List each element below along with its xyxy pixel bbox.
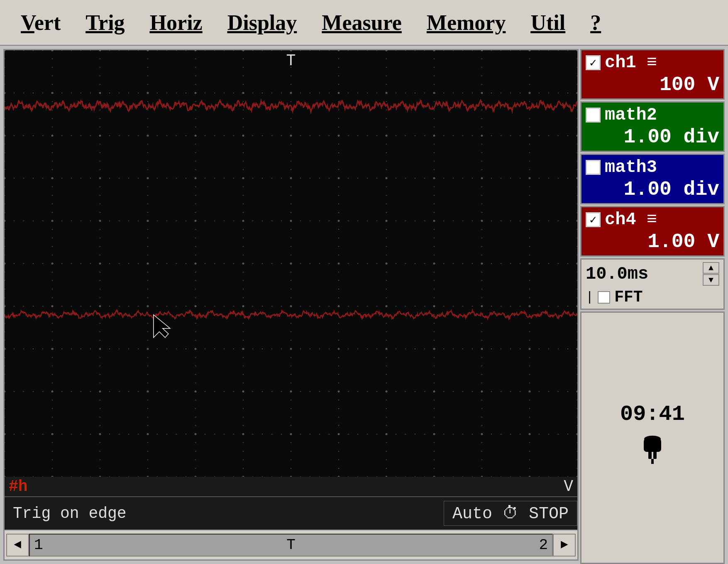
- scroll-bar: ◄ 1 T 2 ►: [5, 530, 577, 559]
- math2-header: math2: [586, 105, 719, 125]
- svg-rect-2: [653, 451, 657, 459]
- time-row: 10.0ms ▲ ▼: [586, 262, 719, 286]
- t-label: T: [286, 52, 296, 70]
- main-area: T #h V Trig on edge Auto ⏱ STOP ◄ 1 T 2 …: [0, 46, 728, 564]
- ch1-checkbox[interactable]: [586, 55, 601, 70]
- status-bar: Trig on edge Auto ⏱ STOP: [5, 496, 577, 530]
- ch4-value: 1.00 V: [586, 231, 719, 253]
- right-panel: ch1 ≡ 100 V math2 1.00 div math3 1.00 di…: [579, 46, 728, 564]
- math3-name: math3: [605, 157, 657, 177]
- math2-box[interactable]: math2 1.00 div: [580, 101, 725, 152]
- clock-time: 09:41: [620, 402, 685, 427]
- scope-grid: [5, 50, 577, 477]
- timebase-value: 10.0ms: [586, 264, 648, 284]
- menu-vert[interactable]: Vert: [8, 6, 73, 39]
- ch4-checkbox[interactable]: [586, 212, 601, 227]
- menu-help[interactable]: ?: [578, 6, 613, 39]
- time-arrows: ▲ ▼: [703, 262, 719, 286]
- bottom-right-label: V: [564, 478, 573, 495]
- menu-memory[interactable]: Memory: [414, 6, 518, 39]
- math2-checkbox[interactable]: [586, 108, 601, 123]
- menu-display[interactable]: Display: [215, 6, 310, 39]
- menu-measure[interactable]: Measure: [309, 6, 414, 39]
- ch1-value: 100 V: [586, 74, 719, 96]
- svg-point-3: [644, 436, 661, 442]
- fft-checkbox[interactable]: [598, 291, 610, 304]
- timebase-up-btn[interactable]: ▲: [703, 262, 719, 274]
- math3-checkbox[interactable]: [586, 160, 601, 175]
- menu-util[interactable]: Util: [518, 6, 578, 39]
- fft-marker: |: [586, 289, 594, 305]
- scroll-track[interactable]: 1 T 2: [29, 534, 553, 557]
- math2-value: 1.00 div: [586, 126, 719, 148]
- math2-name: math2: [605, 105, 657, 125]
- menu-horiz[interactable]: Horiz: [137, 6, 215, 39]
- menu-trig[interactable]: Trig: [73, 6, 137, 39]
- ch1-header: ch1 ≡: [586, 53, 719, 73]
- scroll-left-arrow[interactable]: ◄: [6, 534, 29, 557]
- menu-bar: Vert Trig Horiz Display Measure Memory U…: [0, 0, 728, 46]
- svg-rect-1: [648, 451, 652, 459]
- scroll-t-label: T: [286, 537, 296, 554]
- scroll-label-2: 2: [539, 537, 548, 554]
- math3-box[interactable]: math3 1.00 div: [580, 154, 725, 204]
- scope-display: T #h V Trig on edge Auto ⏱ STOP ◄ 1 T 2 …: [3, 49, 579, 561]
- ch4-header: ch4 ≡: [586, 210, 719, 230]
- bottom-left-label: #h: [9, 478, 28, 495]
- scroll-label-1: 1: [30, 537, 47, 554]
- fft-row: | FFT: [586, 288, 719, 306]
- ch1-box[interactable]: ch1 ≡ 100 V: [580, 49, 725, 100]
- ch4-box[interactable]: ch4 ≡ 1.00 V: [580, 206, 725, 257]
- math3-header: math3: [586, 157, 719, 177]
- auto-stop: Auto ⏱ STOP: [444, 501, 577, 526]
- math3-value: 1.00 div: [586, 178, 719, 201]
- clock-area: 09:41: [580, 311, 725, 564]
- timebase-box: 10.0ms ▲ ▼ | FFT: [580, 258, 725, 310]
- plug-icon: [632, 431, 673, 474]
- scroll-right-arrow[interactable]: ►: [553, 534, 576, 557]
- fft-label: FFT: [614, 288, 642, 306]
- ch1-name: ch1 ≡: [605, 53, 657, 73]
- timebase-down-btn[interactable]: ▼: [703, 274, 719, 286]
- trig-status: Trig on edge: [5, 505, 444, 522]
- scope-bottom-labels: #h V: [5, 477, 577, 496]
- ch4-name: ch4 ≡: [605, 210, 657, 230]
